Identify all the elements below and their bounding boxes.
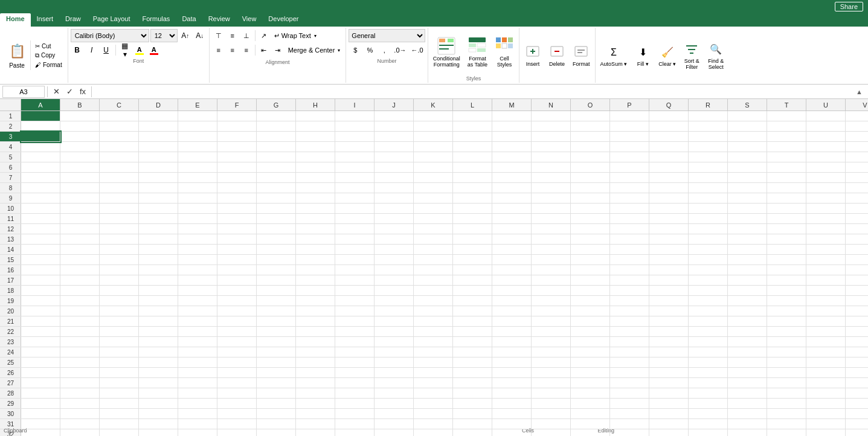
cell-F16[interactable] [217,265,257,275]
cell-V23[interactable] [846,337,868,347]
cell-T18[interactable] [767,286,806,296]
cell-U30[interactable] [806,409,846,419]
cell-H9[interactable] [296,193,335,204]
cell-P12[interactable] [610,224,649,234]
cell-A14[interactable] [21,245,60,255]
cell-B8[interactable] [60,183,100,193]
cell-N17[interactable] [532,275,571,286]
sort-filter-button[interactable]: Sort &Filter [681,40,702,71]
formula-input[interactable] [94,86,854,98]
cell-U24[interactable] [806,347,846,357]
cell-L14[interactable] [453,245,492,255]
cell-M27[interactable] [492,378,532,388]
col-header-R[interactable]: R [689,99,728,111]
cell-G16[interactable] [257,265,296,275]
cell-J25[interactable] [375,357,414,368]
cell-U25[interactable] [806,357,846,368]
cell-R27[interactable] [689,378,728,388]
cell-V22[interactable] [846,327,868,337]
cell-C26[interactable] [100,368,139,378]
cell-E29[interactable] [178,399,217,409]
increase-indent-button[interactable]: ⇥ [271,43,285,57]
confirm-formula-button[interactable]: ✓ [63,86,76,98]
cell-R9[interactable] [689,193,728,204]
cell-B7[interactable] [60,173,100,183]
underline-button[interactable]: U [100,43,113,57]
cell-K29[interactable] [414,399,453,409]
name-box[interactable] [2,86,45,98]
cell-S12[interactable] [728,224,767,234]
comma-button[interactable]: , [378,43,391,57]
cell-D15[interactable] [139,255,178,265]
cell-N20[interactable] [532,306,571,316]
cell-N15[interactable] [532,255,571,265]
cell-M25[interactable] [492,357,532,368]
cell-Q5[interactable] [649,152,689,162]
cell-H5[interactable] [296,152,335,162]
fill-color-button[interactable]: A [133,43,146,57]
cell-O5[interactable] [571,152,610,162]
cell-J2[interactable] [375,121,414,132]
cell-F17[interactable] [217,275,257,286]
cell-B11[interactable] [60,214,100,224]
cell-K5[interactable] [414,152,453,162]
cell-K25[interactable] [414,357,453,368]
cell-J22[interactable] [375,327,414,337]
cut-button[interactable]: ✂ Cut [33,42,64,50]
cell-D17[interactable] [139,275,178,286]
cell-D6[interactable] [139,162,178,173]
cell-Q3[interactable] [649,132,689,142]
cell-B10[interactable] [60,204,100,214]
align-top-button[interactable]: ⊤ [212,29,225,42]
font-size-select[interactable]: 12 [150,29,178,42]
align-center-button[interactable]: ≡ [226,43,239,57]
cell-Q24[interactable] [649,347,689,357]
cell-G5[interactable] [257,152,296,162]
cell-D27[interactable] [139,378,178,388]
cell-U20[interactable] [806,306,846,316]
cell-G30[interactable] [257,409,296,419]
cell-S14[interactable] [728,245,767,255]
cell-D31[interactable] [139,419,178,429]
cell-S19[interactable] [728,296,767,306]
row-num-8[interactable]: 8 [0,183,21,193]
cell-N27[interactable] [532,378,571,388]
cell-T10[interactable] [767,204,806,214]
cell-J17[interactable] [375,275,414,286]
cell-M4[interactable] [492,142,532,152]
cell-O20[interactable] [571,306,610,316]
cell-E31[interactable] [178,419,217,429]
cell-T21[interactable] [767,316,806,327]
cell-T14[interactable] [767,245,806,255]
cell-E23[interactable] [178,337,217,347]
cell-P20[interactable] [610,306,649,316]
cell-I32[interactable] [335,429,375,436]
cell-M28[interactable] [492,388,532,399]
cell-P23[interactable] [610,337,649,347]
cell-S31[interactable] [728,419,767,429]
tab-view[interactable]: View [236,13,263,27]
cell-T15[interactable] [767,255,806,265]
cell-L6[interactable] [453,162,492,173]
cell-U14[interactable] [806,245,846,255]
cell-G25[interactable] [257,357,296,368]
cell-F12[interactable] [217,224,257,234]
cell-G14[interactable] [257,245,296,255]
row-num-25[interactable]: 25 [0,357,21,368]
cell-D13[interactable] [139,234,178,245]
row-num-28[interactable]: 28 [0,388,21,399]
find-select-button[interactable]: 🔍 Find &Select [705,40,727,71]
cell-S10[interactable] [728,204,767,214]
row-num-5[interactable]: 5 [0,152,21,162]
bold-button[interactable]: B [71,43,84,57]
cell-K4[interactable] [414,142,453,152]
cell-H26[interactable] [296,368,335,378]
row-num-1[interactable]: 1 [0,111,21,121]
cell-I31[interactable] [335,419,375,429]
cell-R30[interactable] [689,409,728,419]
cell-G2[interactable] [257,121,296,132]
cell-M8[interactable] [492,183,532,193]
cell-Q16[interactable] [649,265,689,275]
cell-A20[interactable] [21,306,60,316]
cell-F20[interactable] [217,306,257,316]
